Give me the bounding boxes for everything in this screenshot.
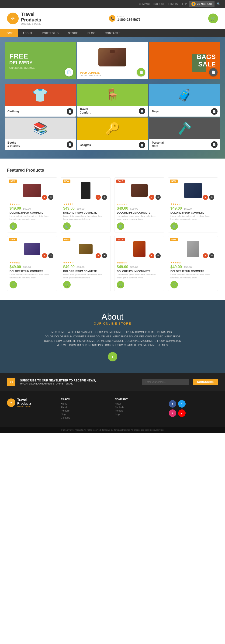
add-to-cart-6[interactable]: 🛒 bbox=[63, 281, 71, 288]
social-youtube-button[interactable]: y bbox=[178, 410, 186, 417]
product-name-3: DOLORE IPSUM COMMETE bbox=[117, 211, 162, 214]
product-desc-2: Lorem dolor ipsum lorem three dolor thre… bbox=[63, 215, 108, 220]
category-clothing[interactable]: 👕 Clothing 📄 bbox=[5, 84, 76, 116]
topbar-compare[interactable]: COMPARE bbox=[139, 3, 150, 5]
product-view-2[interactable]: 👁 bbox=[102, 195, 107, 200]
about-more-button[interactable]: + bbox=[108, 352, 117, 362]
logo[interactable]: ✈ TravelProducts ONLINE STORE bbox=[7, 12, 41, 26]
category-grid: 👕 Clothing 📄 🪑 TravelComfort 📄 🧳 Bags bbox=[0, 84, 225, 155]
social-instagram-button[interactable]: i bbox=[169, 410, 176, 417]
product-badge-6: NEW bbox=[63, 238, 70, 241]
add-to-cart-8[interactable]: 🛒 bbox=[170, 281, 178, 288]
nav-about[interactable]: ABOUT bbox=[18, 29, 37, 37]
footer-link-about2[interactable]: About bbox=[115, 402, 164, 405]
personal-care-doc-button[interactable]: 📄 bbox=[211, 141, 218, 148]
product-image-4: ♥ 👁 bbox=[170, 180, 216, 201]
nav-portfolio[interactable]: PORTFOLIO bbox=[37, 29, 64, 37]
search-button[interactable]: 🔍 bbox=[217, 2, 220, 6]
topbar-product[interactable]: PRODUCT bbox=[153, 3, 164, 5]
topbar-help[interactable]: HELP bbox=[180, 3, 186, 5]
topbar-delivery[interactable]: DELIVERY bbox=[167, 3, 178, 5]
product-card-3: SALE ♥ 👁 ★★★★☆ $49.00 $99.00 DOLORE IPSU… bbox=[114, 178, 164, 232]
account-button[interactable]: 👤 MY ACCOUNT bbox=[189, 1, 215, 7]
delivery-info-button[interactable]: 📄 bbox=[65, 68, 73, 76]
category-books[interactable]: 📚 Books& Guides 📄 bbox=[5, 118, 76, 150]
footer-link-home[interactable]: Home bbox=[61, 402, 110, 405]
product-view-3[interactable]: 👁 bbox=[156, 195, 161, 200]
featured-products-section: Featured Products NEW ♥ 👁 ★★★★☆ $49.00 $… bbox=[0, 158, 225, 300]
footer-link-blog[interactable]: Blog bbox=[61, 413, 110, 416]
navigation: HOME ABOUT PORTFOLIO STORE BLOG CONTACTS bbox=[0, 29, 225, 37]
product-desc-4: Lorem dolor ipsum lorem three dolor thre… bbox=[170, 215, 216, 220]
cart-button[interactable]: 🛒 bbox=[208, 14, 218, 23]
product-wishlist-5[interactable]: ♥ bbox=[42, 253, 47, 258]
travel-comfort-label: TravelComfort bbox=[80, 108, 91, 115]
footer-link-contacts[interactable]: Contacts bbox=[61, 416, 110, 419]
footer-col2: Travel Home About Portfolio Blog Contact… bbox=[61, 398, 110, 420]
social-twitter-button[interactable]: t bbox=[178, 400, 186, 408]
user-icon: 👤 bbox=[192, 2, 196, 6]
gadgets-doc-button[interactable]: 📄 bbox=[139, 142, 145, 148]
featured-title: Featured Products bbox=[7, 168, 218, 173]
nav-blog[interactable]: BLOG bbox=[83, 29, 100, 37]
product-wishlist-1[interactable]: ♥ bbox=[42, 195, 47, 200]
category-bags[interactable]: 🧳 Bags 📄 bbox=[149, 84, 220, 116]
product-view-7[interactable]: 👁 bbox=[156, 253, 161, 258]
product-badge-1: NEW bbox=[9, 180, 17, 183]
product-desc-1: Lorem dolor ipsum lorem three dolor thre… bbox=[10, 215, 54, 220]
footer-link-about[interactable]: About bbox=[61, 406, 110, 408]
footer-col3: Company About Contacts Portfolio Help bbox=[115, 398, 164, 420]
nav-store[interactable]: STORE bbox=[64, 29, 83, 37]
product-view-4[interactable]: 👁 bbox=[209, 195, 214, 200]
travel-comfort-image-area: 🪑 bbox=[77, 84, 148, 106]
category-travel-comfort[interactable]: 🪑 TravelComfort 📄 bbox=[77, 84, 148, 116]
nav-contacts[interactable]: CONTACTS bbox=[100, 29, 126, 37]
clothing-doc-button[interactable]: 📄 bbox=[67, 108, 73, 115]
social-facebook-button[interactable]: f bbox=[169, 400, 176, 408]
product-desc-3: Lorem dolor ipsum lorem three dolor thre… bbox=[117, 215, 162, 220]
product-card-8: NEW ♥ 👁 ★★★★☆ $49.00 $59.00 DOLORE IPSUM… bbox=[168, 236, 218, 291]
newsletter-section: ✉ SUBSCRIBE TO OUR NEWSLETTER TO RECEIVE… bbox=[0, 373, 225, 391]
footer-link-help[interactable]: Help bbox=[115, 413, 164, 416]
sale-info-button[interactable]: 📄 bbox=[209, 68, 218, 76]
product-wishlist-6[interactable]: ♥ bbox=[96, 253, 101, 258]
product-wishlist-4[interactable]: ♥ bbox=[203, 195, 208, 200]
product-desc-6: Lorem dolor ipsum lorem three dolor thre… bbox=[63, 273, 108, 279]
header: ✈ TravelProducts ONLINE STORE 📞 Call Us … bbox=[0, 8, 225, 29]
add-to-cart-4[interactable]: 🛒 bbox=[170, 222, 178, 230]
product-badge-8: NEW bbox=[170, 238, 178, 241]
bags-label: Bags bbox=[152, 110, 158, 113]
phone-info: Call Us 1-800-234-5677 bbox=[117, 16, 140, 22]
product-wishlist-7[interactable]: ♥ bbox=[149, 253, 154, 258]
add-to-cart-5[interactable]: 🛒 bbox=[10, 281, 17, 288]
bags-doc-button[interactable]: 📄 bbox=[211, 108, 218, 115]
nav-home[interactable]: HOME bbox=[0, 29, 18, 37]
product-price-6: $49.00 $99.00 bbox=[63, 265, 108, 269]
category-personal-care[interactable]: 🪒 PersonalCare 📄 bbox=[149, 118, 220, 150]
products-grid: NEW ♥ 👁 ★★★★☆ $49.00 $59.00 DOLORE IPSUM… bbox=[7, 178, 218, 291]
footer-link-portfolio[interactable]: Portfolio bbox=[61, 410, 110, 412]
product-wishlist-8[interactable]: ♥ bbox=[203, 253, 208, 258]
add-to-cart-7[interactable]: 🛒 bbox=[117, 281, 124, 288]
footer-logo[interactable]: ✈ TravelProducts ONLINE STORE bbox=[7, 398, 56, 407]
category-gadgets[interactable]: 🔑 Gadgets 📄 bbox=[77, 118, 148, 150]
add-to-cart-2[interactable]: 🛒 bbox=[63, 222, 71, 230]
footer-bottom: © 2015 Travel Products. All rights reser… bbox=[0, 427, 225, 433]
add-to-cart-3[interactable]: 🛒 bbox=[117, 222, 124, 230]
travel-comfort-doc-button[interactable]: 📄 bbox=[139, 108, 145, 114]
newsletter-subscribe-button[interactable]: SUBSCRIBE bbox=[193, 379, 218, 385]
newsletter-email-input[interactable] bbox=[142, 379, 189, 385]
product-image-7: ♥ 👁 bbox=[117, 238, 162, 260]
product-controls-2: ♥ 👁 bbox=[96, 195, 107, 200]
product-view-1[interactable]: 👁 bbox=[48, 195, 54, 200]
product-view-8[interactable]: 👁 bbox=[209, 253, 214, 258]
books-doc-button[interactable]: 📄 bbox=[67, 141, 73, 148]
product-view-6[interactable]: 👁 bbox=[102, 253, 107, 258]
footer-link-contacts2[interactable]: Contacts bbox=[115, 406, 164, 408]
product-wishlist-3[interactable]: ♥ bbox=[149, 195, 154, 200]
product-wishlist-2[interactable]: ♥ bbox=[96, 195, 101, 200]
add-to-cart-1[interactable]: 🛒 bbox=[10, 222, 17, 230]
center-info-button[interactable]: 📄 bbox=[137, 68, 145, 76]
product-view-5[interactable]: 👁 bbox=[48, 253, 54, 258]
footer-link-portfolio2[interactable]: Portfolio bbox=[115, 410, 164, 412]
